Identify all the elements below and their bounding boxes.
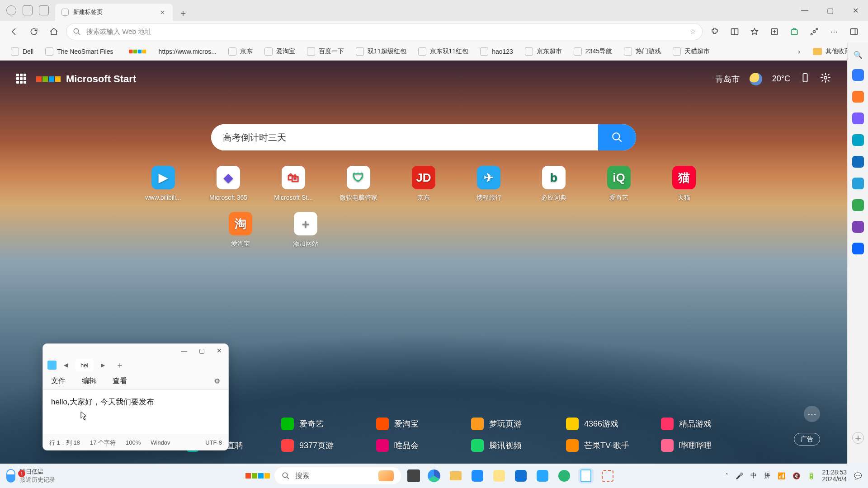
notepad-text-area[interactable]: hello,大家好，今天我们要发布 [43,390,228,435]
sidebar-app-icon[interactable] [852,199,864,211]
home-button[interactable] [46,24,61,39]
sidebar-app-icon[interactable] [852,69,864,81]
promoted-link[interactable]: 腾讯视频 [471,439,561,452]
promoted-link[interactable]: 梦玩页游 [471,418,561,430]
promoted-link[interactable]: 唯品会 [376,439,467,452]
taskbar-app-explorer[interactable] [448,468,463,483]
more-links-button[interactable]: ⋯ [804,406,820,422]
quick-link[interactable]: 🛍Microsoft St... [274,166,313,202]
quick-link[interactable]: 猫天猫 [664,166,704,202]
quick-link[interactable]: ✈携程旅行 [469,166,509,202]
notepad-settings-icon[interactable]: ⚙ [214,377,220,385]
sidebar-app-icon[interactable] [852,178,864,189]
notepad-close-button[interactable]: ✕ [217,347,222,354]
quick-link[interactable]: 🛡微软电脑管家 [339,166,378,202]
bookmarks-overflow-chevron[interactable]: › [798,48,800,55]
sidebar-search-icon[interactable]: 🔍 [854,51,863,59]
notepad-menu-file[interactable]: 文件 [51,376,66,386]
bookmark-item[interactable]: https://www.micros... [121,46,221,57]
refresh-button[interactable] [26,24,42,39]
taskbar-app-icon[interactable] [470,468,485,483]
notepad-new-tab[interactable]: ＋ [112,360,127,371]
bookmark-item[interactable]: hao123 [476,46,518,57]
split-screen-icon[interactable] [727,24,742,39]
more-menu-button[interactable]: ⋯ [826,24,842,39]
promoted-link[interactable]: 芒果TV·歌手 [566,439,656,452]
promoted-link[interactable]: 爱奇艺 [281,418,372,430]
quick-link[interactable]: b必应词典 [534,166,574,202]
quick-link[interactable]: ◆Microsoft 365 [208,166,248,202]
bookmark-item[interactable]: 京东双11红包 [414,46,473,57]
sidebar-app-icon[interactable] [852,91,864,103]
bookmark-item[interactable]: 2345导航 [569,46,617,57]
sidebar-onenote-icon[interactable] [852,221,864,233]
ntp-search-box[interactable] [211,124,636,150]
bookmark-item[interactable]: 双11超级红包 [351,46,411,57]
shopping-icon[interactable] [787,24,802,39]
notepad-tab-prev[interactable]: ◀ [61,362,71,368]
promoted-link[interactable]: 精品游戏 [661,418,751,430]
taskbar-weather-widget[interactable]: 1 明日低温接近历史记录 [6,468,55,484]
tab-actions-icon[interactable] [39,5,49,15]
tray-wifi-icon[interactable]: 📶 [778,472,785,479]
taskbar-app-icon[interactable] [535,468,550,483]
tray-clock[interactable]: 21:28:53 2024/6/4 [822,469,847,483]
back-button[interactable] [6,24,22,39]
sidebar-app-icon[interactable] [852,243,864,254]
notepad-minimize-button[interactable]: ― [181,347,187,354]
bookmark-item[interactable]: 京东超市 [520,46,566,57]
taskbar-app-notepad[interactable] [578,468,594,483]
promoted-link[interactable]: 9377页游 [281,439,372,452]
profile-icon[interactable] [6,5,16,15]
ntp-search-input[interactable] [211,124,598,150]
quick-link[interactable]: JD京东 [404,166,443,202]
quick-link-add[interactable]: ＋添加网站 [286,212,326,248]
sidebar-app-icon[interactable] [852,134,864,146]
tray-overflow-chevron[interactable]: ˄ [725,472,728,479]
tab-close-button[interactable]: ✕ [158,9,166,16]
taskbar-app-edge-canary[interactable] [557,468,572,483]
sidebar-add-icon[interactable]: ＋ [852,432,864,444]
sidebar-toggle-icon[interactable] [846,24,862,39]
promoted-link[interactable]: 4366游戏 [566,418,656,430]
notepad-menu-view[interactable]: 查看 [113,376,127,386]
start-button[interactable] [253,468,268,483]
quick-link[interactable]: 淘爱淘宝 [221,212,260,248]
taskbar-app-icon[interactable] [513,468,528,483]
task-view-button[interactable] [407,469,420,482]
favorite-star-icon[interactable]: ☆ [690,28,696,36]
window-minimize-button[interactable]: ― [792,0,817,21]
page-settings-icon[interactable] [820,72,831,85]
bookmark-item[interactable]: 爱淘宝 [260,46,300,57]
new-tab-button[interactable]: ＋ [175,5,191,21]
quick-link[interactable]: iQ爱奇艺 [599,166,639,202]
bookmark-item[interactable]: 京东 [224,46,257,57]
bookmark-item[interactable]: The NeoSmart Files [41,46,118,57]
bookmark-item[interactable]: Dell [6,46,38,57]
window-maximize-button[interactable]: ▢ [817,0,843,21]
weather-city[interactable]: 青岛市 [715,74,740,84]
performance-icon[interactable] [807,24,822,39]
browser-tab[interactable]: 新建标签页 ✕ [55,4,173,21]
favorites-icon[interactable] [747,24,762,39]
bookmark-item[interactable]: 热门游戏 [619,46,665,57]
promoted-link[interactable]: 爱淘宝 [376,418,467,430]
notepad-menu-edit[interactable]: 编辑 [82,376,96,386]
notepad-tab[interactable]: hel [75,359,94,371]
tray-ime-lang[interactable]: 中 [750,472,757,480]
tray-mic-icon[interactable]: 🎤 [736,472,743,479]
bookmark-item[interactable]: 天猫超市 [668,46,714,57]
quick-link[interactable]: ▶www.bilibili... [143,166,183,202]
address-bar[interactable]: 搜索或输入 Web 地址 ☆ [66,23,703,40]
tray-battery-icon[interactable]: 🔋 [807,472,815,479]
taskbar-app-edge[interactable] [426,468,442,483]
tray-notifications-icon[interactable]: 💬 [854,472,862,479]
promoted-link[interactable]: 哔哩哔哩 [661,439,751,452]
tray-ime-mode[interactable]: 拼 [764,472,770,480]
notepad-maximize-button[interactable]: ▢ [199,347,205,354]
notepad-tab-next[interactable]: ▶ [98,362,108,368]
bookmark-item[interactable]: 百度一下 [302,46,349,57]
sidebar-outlook-icon[interactable] [852,156,864,168]
collections-icon[interactable] [767,24,782,39]
taskbar-app-snipping[interactable] [600,468,615,483]
